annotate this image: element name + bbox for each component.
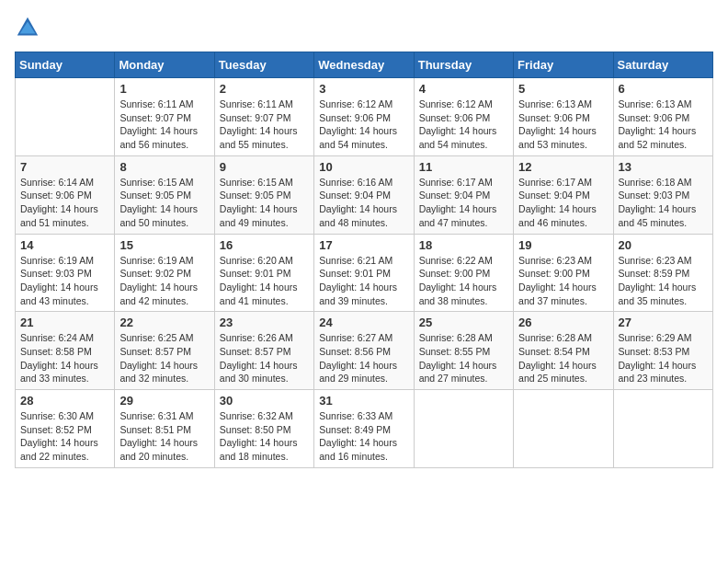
day-info: Sunrise: 6:11 AM Sunset: 9:07 PM Dayligh… <box>220 98 309 152</box>
day-info: Sunrise: 6:28 AM Sunset: 8:54 PM Dayligh… <box>518 331 608 385</box>
day-info: Sunrise: 6:21 AM Sunset: 9:01 PM Dayligh… <box>319 254 408 308</box>
header-day: Tuesday <box>214 52 313 78</box>
day-number: 16 <box>220 238 309 252</box>
day-number: 12 <box>518 160 608 174</box>
day-info: Sunrise: 6:25 AM Sunset: 8:57 PM Dayligh… <box>119 331 209 385</box>
calendar-cell: 13Sunrise: 6:18 AM Sunset: 9:03 PM Dayli… <box>613 155 712 234</box>
calendar-cell: 24Sunrise: 6:27 AM Sunset: 8:56 PM Dayli… <box>314 312 414 390</box>
calendar-body: 1Sunrise: 6:11 AM Sunset: 9:07 PM Daylig… <box>16 78 713 468</box>
calendar-week: 7Sunrise: 6:14 AM Sunset: 9:06 PM Daylig… <box>16 155 713 234</box>
day-info: Sunrise: 6:19 AM Sunset: 9:03 PM Dayligh… <box>20 254 109 308</box>
day-info: Sunrise: 6:18 AM Sunset: 9:03 PM Dayligh… <box>619 176 708 230</box>
day-number: 10 <box>319 160 408 174</box>
calendar-cell: 9Sunrise: 6:15 AM Sunset: 9:05 PM Daylig… <box>214 155 313 234</box>
calendar-header: SundayMondayTuesdayWednesdayThursdayFrid… <box>16 52 713 78</box>
calendar-cell <box>514 390 613 468</box>
logo <box>15 15 44 40</box>
day-info: Sunrise: 6:19 AM Sunset: 9:02 PM Dayligh… <box>119 254 209 308</box>
calendar-cell: 8Sunrise: 6:15 AM Sunset: 9:05 PM Daylig… <box>115 155 214 234</box>
day-number: 19 <box>518 238 608 252</box>
calendar-cell: 11Sunrise: 6:17 AM Sunset: 9:04 PM Dayli… <box>414 155 513 234</box>
calendar-cell: 14Sunrise: 6:19 AM Sunset: 9:03 PM Dayli… <box>16 234 115 312</box>
day-number: 1 <box>119 82 209 96</box>
header-day: Wednesday <box>314 52 414 78</box>
calendar-cell <box>613 390 712 468</box>
day-number: 18 <box>419 238 508 252</box>
day-number: 31 <box>319 394 408 408</box>
day-info: Sunrise: 6:28 AM Sunset: 8:55 PM Dayligh… <box>419 331 508 385</box>
day-info: Sunrise: 6:27 AM Sunset: 8:56 PM Dayligh… <box>319 331 408 385</box>
day-number: 29 <box>119 394 209 408</box>
day-number: 15 <box>119 238 209 252</box>
day-info: Sunrise: 6:26 AM Sunset: 8:57 PM Dayligh… <box>220 331 309 385</box>
calendar-cell: 16Sunrise: 6:20 AM Sunset: 9:01 PM Dayli… <box>214 234 313 312</box>
day-info: Sunrise: 6:12 AM Sunset: 9:06 PM Dayligh… <box>419 98 508 152</box>
day-number: 20 <box>619 238 708 252</box>
day-info: Sunrise: 6:15 AM Sunset: 9:05 PM Dayligh… <box>119 176 209 230</box>
calendar-week: 21Sunrise: 6:24 AM Sunset: 8:58 PM Dayli… <box>16 312 713 390</box>
day-info: Sunrise: 6:22 AM Sunset: 9:00 PM Dayligh… <box>419 254 508 308</box>
header-day: Monday <box>115 52 214 78</box>
calendar-cell: 12Sunrise: 6:17 AM Sunset: 9:04 PM Dayli… <box>514 155 613 234</box>
day-info: Sunrise: 6:23 AM Sunset: 8:59 PM Dayligh… <box>619 254 708 308</box>
day-number: 11 <box>419 160 508 174</box>
calendar-cell: 31Sunrise: 6:33 AM Sunset: 8:49 PM Dayli… <box>314 390 414 468</box>
day-info: Sunrise: 6:20 AM Sunset: 9:01 PM Dayligh… <box>220 254 309 308</box>
calendar-cell: 1Sunrise: 6:11 AM Sunset: 9:07 PM Daylig… <box>115 78 214 156</box>
day-number: 17 <box>319 238 408 252</box>
day-number: 14 <box>20 238 109 252</box>
calendar-cell: 26Sunrise: 6:28 AM Sunset: 8:54 PM Dayli… <box>514 312 613 390</box>
page-header <box>15 15 713 40</box>
day-number: 2 <box>220 82 309 96</box>
day-number: 25 <box>419 316 508 329</box>
header-row: SundayMondayTuesdayWednesdayThursdayFrid… <box>16 52 713 78</box>
calendar-cell: 19Sunrise: 6:23 AM Sunset: 9:00 PM Dayli… <box>514 234 613 312</box>
day-info: Sunrise: 6:30 AM Sunset: 8:52 PM Dayligh… <box>20 409 109 464</box>
calendar-cell: 29Sunrise: 6:31 AM Sunset: 8:51 PM Dayli… <box>115 390 214 468</box>
calendar: SundayMondayTuesdayWednesdayThursdayFrid… <box>15 52 713 468</box>
logo-icon <box>15 15 40 40</box>
day-number: 6 <box>619 82 708 96</box>
day-info: Sunrise: 6:13 AM Sunset: 9:06 PM Dayligh… <box>518 98 608 152</box>
calendar-week: 28Sunrise: 6:30 AM Sunset: 8:52 PM Dayli… <box>16 390 713 468</box>
day-info: Sunrise: 6:29 AM Sunset: 8:53 PM Dayligh… <box>619 331 708 385</box>
header-day: Sunday <box>16 52 115 78</box>
day-number: 4 <box>419 82 508 96</box>
day-info: Sunrise: 6:11 AM Sunset: 9:07 PM Dayligh… <box>119 98 209 152</box>
day-info: Sunrise: 6:32 AM Sunset: 8:50 PM Dayligh… <box>220 409 309 464</box>
calendar-cell: 28Sunrise: 6:30 AM Sunset: 8:52 PM Dayli… <box>16 390 115 468</box>
day-number: 8 <box>119 160 209 174</box>
day-number: 26 <box>518 316 608 329</box>
day-number: 30 <box>220 394 309 408</box>
calendar-week: 1Sunrise: 6:11 AM Sunset: 9:07 PM Daylig… <box>16 78 713 156</box>
day-info: Sunrise: 6:16 AM Sunset: 9:04 PM Dayligh… <box>319 176 408 230</box>
day-number: 7 <box>20 160 109 174</box>
calendar-cell: 7Sunrise: 6:14 AM Sunset: 9:06 PM Daylig… <box>16 155 115 234</box>
day-info: Sunrise: 6:14 AM Sunset: 9:06 PM Dayligh… <box>20 176 109 230</box>
day-info: Sunrise: 6:17 AM Sunset: 9:04 PM Dayligh… <box>518 176 608 230</box>
calendar-cell: 17Sunrise: 6:21 AM Sunset: 9:01 PM Dayli… <box>314 234 414 312</box>
day-info: Sunrise: 6:23 AM Sunset: 9:00 PM Dayligh… <box>518 254 608 308</box>
calendar-cell: 4Sunrise: 6:12 AM Sunset: 9:06 PM Daylig… <box>414 78 513 156</box>
calendar-cell: 5Sunrise: 6:13 AM Sunset: 9:06 PM Daylig… <box>514 78 613 156</box>
day-number: 9 <box>220 160 309 174</box>
calendar-cell: 15Sunrise: 6:19 AM Sunset: 9:02 PM Dayli… <box>115 234 214 312</box>
header-day: Thursday <box>414 52 513 78</box>
calendar-cell: 18Sunrise: 6:22 AM Sunset: 9:00 PM Dayli… <box>414 234 513 312</box>
calendar-cell: 2Sunrise: 6:11 AM Sunset: 9:07 PM Daylig… <box>214 78 313 156</box>
calendar-week: 14Sunrise: 6:19 AM Sunset: 9:03 PM Dayli… <box>16 234 713 312</box>
calendar-cell: 21Sunrise: 6:24 AM Sunset: 8:58 PM Dayli… <box>16 312 115 390</box>
day-info: Sunrise: 6:33 AM Sunset: 8:49 PM Dayligh… <box>319 409 408 464</box>
calendar-cell: 23Sunrise: 6:26 AM Sunset: 8:57 PM Dayli… <box>214 312 313 390</box>
day-info: Sunrise: 6:31 AM Sunset: 8:51 PM Dayligh… <box>119 409 209 464</box>
day-info: Sunrise: 6:15 AM Sunset: 9:05 PM Dayligh… <box>220 176 309 230</box>
day-number: 22 <box>119 316 209 329</box>
day-number: 21 <box>20 316 109 329</box>
calendar-cell: 20Sunrise: 6:23 AM Sunset: 8:59 PM Dayli… <box>613 234 712 312</box>
calendar-cell <box>414 390 513 468</box>
day-number: 5 <box>518 82 608 96</box>
day-info: Sunrise: 6:17 AM Sunset: 9:04 PM Dayligh… <box>419 176 508 230</box>
day-number: 13 <box>619 160 708 174</box>
day-number: 28 <box>20 394 109 408</box>
day-number: 24 <box>319 316 408 329</box>
